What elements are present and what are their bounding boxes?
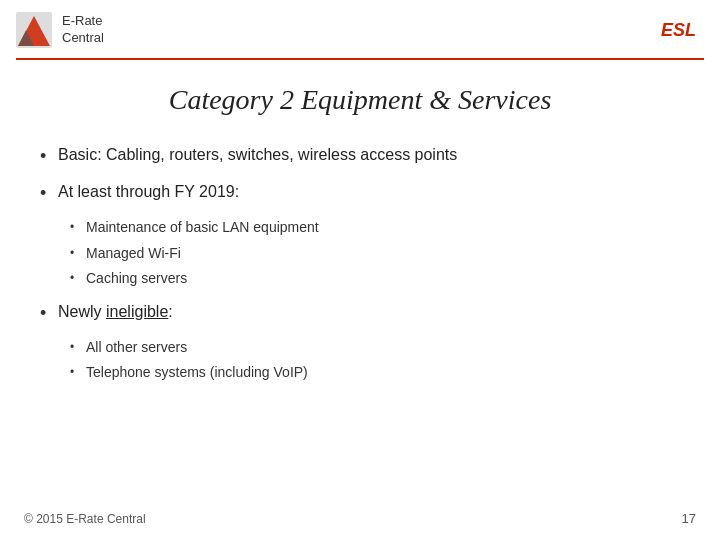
sub-text: Maintenance of basic LAN equipment [86, 218, 319, 238]
bullet-suffix: : [168, 303, 172, 320]
sub-text: Telephone systems (including VoIP) [86, 363, 308, 383]
esl-badge: ESL [661, 20, 696, 41]
sub-dot: • [70, 246, 86, 260]
slide-title: Category 2 Equipment & Services [40, 84, 680, 116]
bullet-underlined: ineligible [106, 303, 168, 320]
bullet-list: • Basic: Cabling, routers, switches, wir… [40, 144, 680, 383]
list-item: • Managed Wi-Fi [70, 244, 680, 264]
header: E-Rate Central ESL [0, 0, 720, 58]
slide-content: Category 2 Equipment & Services • Basic:… [0, 60, 720, 415]
list-item: • All other servers [70, 338, 680, 358]
list-item: • Caching servers [70, 269, 680, 289]
bullet-text: Basic: Cabling, routers, switches, wirel… [58, 144, 457, 166]
sub-dot: • [70, 340, 86, 354]
sub-text: Managed Wi-Fi [86, 244, 181, 264]
footer: © 2015 E-Rate Central 17 [24, 511, 696, 526]
bullet-text: At least through FY 2019: [58, 181, 239, 203]
copyright-text: © 2015 E-Rate Central [24, 512, 146, 526]
list-item: • Maintenance of basic LAN equipment [70, 218, 680, 238]
sub-text: All other servers [86, 338, 187, 358]
bullet-dot: • [40, 303, 58, 324]
sub-dot: • [70, 220, 86, 234]
sub-dot: • [70, 365, 86, 379]
logo-icon [16, 12, 52, 48]
logo-text: E-Rate Central [62, 13, 104, 47]
page-number: 17 [682, 511, 696, 526]
sub-list: • Maintenance of basic LAN equipment • M… [40, 218, 680, 289]
list-item: • Newly ineligible: • All other servers … [40, 301, 680, 383]
bullet-dot: • [40, 183, 58, 204]
list-item: • Basic: Cabling, routers, switches, wir… [40, 144, 680, 167]
bullet-prefix: Newly [58, 303, 106, 320]
bullet-text: Newly ineligible: [58, 301, 173, 323]
list-item: • At least through FY 2019: • Maintenanc… [40, 181, 680, 289]
bullet-dot: • [40, 146, 58, 167]
sub-list: • All other servers • Telephone systems … [40, 338, 680, 383]
sub-text: Caching servers [86, 269, 187, 289]
logo-area: E-Rate Central [16, 12, 104, 48]
list-item: • Telephone systems (including VoIP) [70, 363, 680, 383]
sub-dot: • [70, 271, 86, 285]
